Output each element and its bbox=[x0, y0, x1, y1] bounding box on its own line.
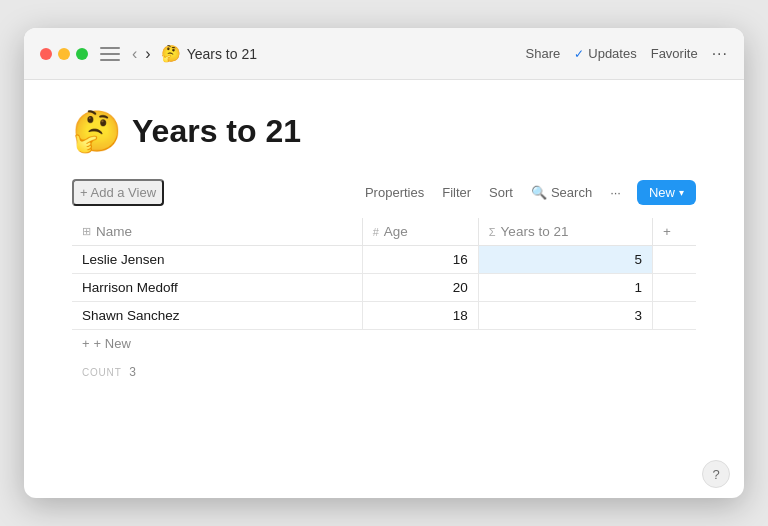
titlebar-page-title: Years to 21 bbox=[187, 46, 257, 62]
cell-name[interactable]: Shawn Sanchez bbox=[72, 302, 362, 330]
add-col-icon: + bbox=[663, 224, 671, 239]
col-header-name[interactable]: ⊞ Name bbox=[72, 218, 362, 246]
col-header-add[interactable]: + bbox=[652, 218, 696, 246]
filter-button[interactable]: Filter bbox=[434, 181, 479, 204]
age-col-icon: # bbox=[373, 226, 379, 238]
maximize-button[interactable] bbox=[76, 48, 88, 60]
page-title: Years to 21 bbox=[132, 113, 301, 150]
close-button[interactable] bbox=[40, 48, 52, 60]
help-button[interactable]: ? bbox=[702, 460, 730, 488]
count-label: COUNT bbox=[82, 367, 122, 378]
titlebar-actions: Share ✓ Updates Favorite ··· bbox=[526, 45, 728, 63]
table-row[interactable]: Harrison Medoff201 bbox=[72, 274, 696, 302]
add-view-button[interactable]: + Add a View bbox=[72, 179, 164, 206]
cell-add bbox=[652, 302, 696, 330]
table-row[interactable]: Leslie Jensen165 bbox=[72, 246, 696, 274]
toolbar-right: Properties Filter Sort 🔍 Search ··· New … bbox=[357, 180, 696, 205]
cell-years[interactable]: 1 bbox=[478, 274, 652, 302]
page-header: 🤔 Years to 21 bbox=[72, 108, 696, 155]
cell-add bbox=[652, 274, 696, 302]
chevron-down-icon: ▾ bbox=[679, 187, 684, 198]
updates-button[interactable]: ✓ Updates bbox=[574, 46, 636, 61]
traffic-lights bbox=[40, 48, 88, 60]
main-window: ‹ › 🤔 Years to 21 Share ✓ Updates Favori… bbox=[24, 28, 744, 498]
nav-arrows: ‹ › bbox=[130, 43, 153, 65]
new-button[interactable]: New ▾ bbox=[637, 180, 696, 205]
toolbar: + Add a View Properties Filter Sort 🔍 Se… bbox=[72, 179, 696, 212]
col-header-age[interactable]: # Age bbox=[362, 218, 478, 246]
cell-name[interactable]: Leslie Jensen bbox=[72, 246, 362, 274]
count-value: 3 bbox=[129, 365, 136, 379]
cell-years[interactable]: 5 bbox=[478, 246, 652, 274]
properties-button[interactable]: Properties bbox=[357, 181, 432, 204]
cell-years[interactable]: 3 bbox=[478, 302, 652, 330]
search-button[interactable]: 🔍 Search bbox=[523, 181, 600, 204]
title-area: 🤔 Years to 21 bbox=[161, 44, 526, 63]
data-table: ⊞ Name # Age Σ bbox=[72, 218, 696, 330]
minimize-button[interactable] bbox=[58, 48, 70, 60]
page-header-emoji: 🤔 bbox=[72, 108, 122, 155]
more-toolbar-options[interactable]: ··· bbox=[602, 181, 629, 204]
search-icon: 🔍 bbox=[531, 185, 547, 200]
table-row[interactable]: Shawn Sanchez183 bbox=[72, 302, 696, 330]
sort-button[interactable]: Sort bbox=[481, 181, 521, 204]
favorite-button[interactable]: Favorite bbox=[651, 46, 698, 61]
cell-add bbox=[652, 246, 696, 274]
name-col-icon: ⊞ bbox=[82, 225, 91, 238]
new-row-button[interactable]: + + New bbox=[72, 330, 696, 357]
share-button[interactable]: Share bbox=[526, 46, 561, 61]
new-row-icon: + bbox=[82, 336, 90, 351]
years-col-icon: Σ bbox=[489, 226, 496, 238]
cell-age[interactable]: 20 bbox=[362, 274, 478, 302]
titlebar: ‹ › 🤔 Years to 21 Share ✓ Updates Favori… bbox=[24, 28, 744, 80]
toolbar-left: + Add a View bbox=[72, 179, 355, 206]
menu-icon[interactable] bbox=[100, 47, 120, 61]
forward-arrow[interactable]: › bbox=[143, 43, 152, 65]
back-arrow[interactable]: ‹ bbox=[130, 43, 139, 65]
table-header-row: ⊞ Name # Age Σ bbox=[72, 218, 696, 246]
titlebar-emoji: 🤔 bbox=[161, 44, 181, 63]
table-container: ⊞ Name # Age Σ bbox=[72, 218, 696, 478]
count-row: COUNT 3 bbox=[72, 357, 696, 387]
content-area: 🤔 Years to 21 + Add a View Properties Fi… bbox=[24, 80, 744, 498]
cell-age[interactable]: 16 bbox=[362, 246, 478, 274]
cell-age[interactable]: 18 bbox=[362, 302, 478, 330]
more-options-icon[interactable]: ··· bbox=[712, 45, 728, 63]
col-header-years[interactable]: Σ Years to 21 bbox=[478, 218, 652, 246]
cell-name[interactable]: Harrison Medoff bbox=[72, 274, 362, 302]
